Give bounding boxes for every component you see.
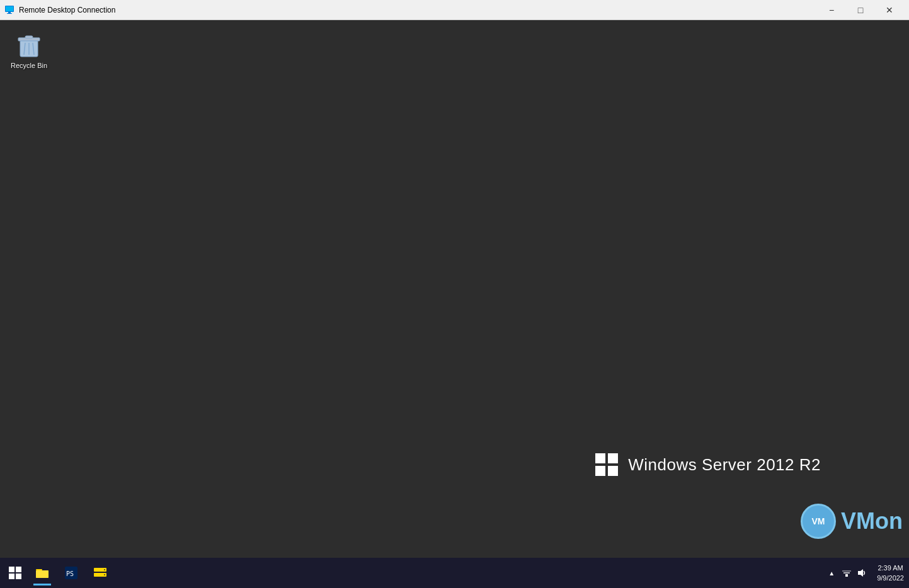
windows-server-text: Windows Server 2012 R2 bbox=[628, 455, 821, 475]
svg-marker-31 bbox=[858, 569, 863, 577]
svg-rect-6 bbox=[25, 36, 33, 38]
taskbar-server-manager[interactable] bbox=[86, 560, 114, 585]
clock-area[interactable]: 2:39 AM 9/9/2022 bbox=[872, 558, 909, 588]
minimize-button[interactable]: − bbox=[817, 0, 846, 20]
taskbar: PS ▲ bbox=[0, 558, 909, 588]
system-tray: ▲ 2:39 AM 9/9/2022 bbox=[821, 558, 909, 588]
svg-text:PS: PS bbox=[66, 570, 74, 577]
svg-rect-28 bbox=[845, 574, 848, 577]
network-icon bbox=[842, 568, 852, 578]
tray-icons: ▲ bbox=[821, 560, 872, 585]
windows-logo-icon bbox=[595, 453, 618, 476]
svg-rect-10 bbox=[20, 40, 38, 57]
svg-rect-17 bbox=[9, 574, 14, 579]
start-button[interactable] bbox=[3, 560, 28, 585]
recycle-bin-label: Recycle Bin bbox=[11, 62, 47, 69]
taskbar-file-explorer[interactable] bbox=[28, 560, 56, 585]
svg-rect-26 bbox=[104, 569, 105, 570]
tray-expand-icon: ▲ bbox=[828, 570, 835, 577]
clock-date: 9/9/2022 bbox=[877, 573, 904, 584]
svg-rect-13 bbox=[595, 466, 605, 476]
recycle-bin-icon bbox=[17, 31, 41, 59]
close-button[interactable]: ✕ bbox=[875, 0, 904, 20]
vm-circle-text: VM bbox=[812, 516, 825, 526]
windows-branding: Windows Server 2012 R2 bbox=[595, 453, 821, 476]
taskbar-powershell[interactable]: PS bbox=[57, 560, 85, 585]
rdp-title-icon bbox=[5, 5, 15, 15]
tray-volume-icon[interactable] bbox=[854, 560, 869, 585]
maximize-button[interactable]: □ bbox=[846, 0, 875, 20]
svg-rect-16 bbox=[16, 567, 21, 572]
svg-rect-14 bbox=[608, 466, 618, 476]
svg-rect-2 bbox=[8, 12, 11, 13]
svg-rect-1 bbox=[6, 6, 13, 11]
remote-desktop-area: Recycle Bin Windows Server 2012 R2 VM VM… bbox=[0, 20, 909, 558]
svg-rect-11 bbox=[595, 453, 605, 463]
vmon-branding: VM VMon bbox=[801, 504, 903, 539]
volume-icon bbox=[857, 568, 867, 578]
svg-rect-29 bbox=[843, 572, 850, 574]
file-explorer-icon bbox=[35, 565, 50, 580]
svg-rect-12 bbox=[608, 453, 618, 463]
svg-rect-15 bbox=[9, 567, 14, 572]
svg-rect-21 bbox=[36, 570, 49, 578]
server-manager-icon bbox=[93, 565, 108, 580]
svg-rect-18 bbox=[16, 574, 21, 579]
svg-rect-30 bbox=[842, 570, 851, 572]
svg-rect-19 bbox=[36, 569, 42, 570]
tray-network-icon[interactable] bbox=[839, 560, 854, 585]
title-bar-left: Remote Desktop Connection bbox=[5, 5, 115, 15]
vm-circle-logo: VM bbox=[801, 504, 836, 539]
vmon-brand-text: VMon bbox=[841, 508, 903, 534]
title-bar-controls: − □ ✕ bbox=[817, 0, 904, 20]
svg-rect-3 bbox=[7, 13, 12, 14]
powershell-icon: PS bbox=[64, 565, 79, 580]
title-bar: Remote Desktop Connection − □ ✕ bbox=[0, 0, 909, 20]
recycle-bin-icon-container[interactable]: Recycle Bin bbox=[6, 29, 52, 72]
tray-expand-button[interactable]: ▲ bbox=[824, 560, 839, 585]
start-button-icon bbox=[9, 567, 21, 579]
svg-rect-27 bbox=[104, 574, 105, 575]
title-bar-text: Remote Desktop Connection bbox=[19, 6, 115, 14]
clock-time: 2:39 AM bbox=[878, 563, 903, 574]
